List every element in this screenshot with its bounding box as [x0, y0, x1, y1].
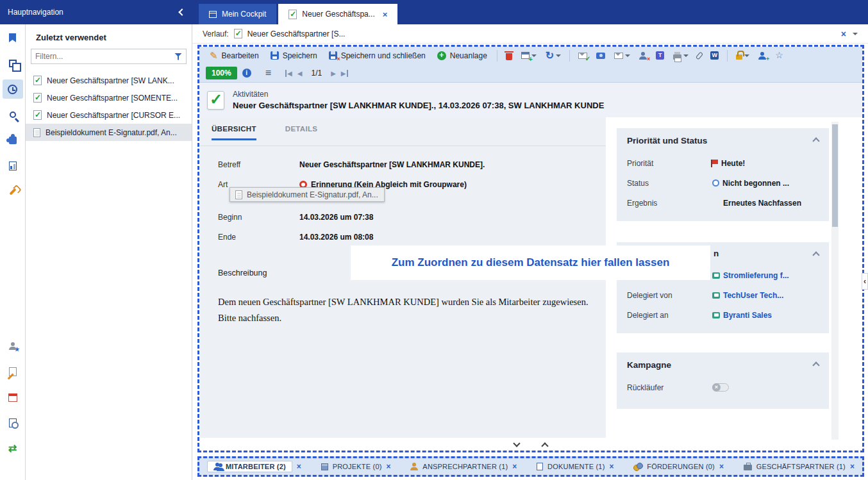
sidebar-item-addons[interactable]: [3, 131, 23, 150]
previous-page-icon[interactable]: ◀: [297, 70, 303, 77]
tab-close-icon[interactable]: ×: [610, 462, 614, 471]
chevron-down-icon[interactable]: [513, 440, 520, 447]
save-button[interactable]: Speichern: [265, 48, 322, 63]
notes-icon: [9, 367, 17, 376]
next-page-icon[interactable]: ▶: [331, 70, 336, 77]
filter-icon[interactable]: [174, 53, 182, 60]
sidebar-item-history[interactable]: [3, 79, 23, 99]
row-value-text: Stromlieferung f...: [723, 271, 789, 280]
tab-mein-cockpit-label: Mein Cockpit: [222, 10, 266, 19]
teams-button[interactable]: [652, 48, 668, 63]
row-status: Status Nicht begonnen ...: [627, 173, 819, 193]
scrollbar-thumb[interactable]: [832, 124, 838, 227]
record-title: Neuer Geschäftspartner [SW LANKHMAR KUND…: [233, 101, 604, 110]
tab-projekte[interactable]: PROJEKTE (0) ×: [321, 462, 391, 471]
history-entry[interactable]: Neuer Geschäftspartner [S...: [247, 29, 346, 38]
contact-icon: [410, 463, 418, 470]
star-icon: [775, 51, 783, 60]
mail-confirm-button[interactable]: [574, 48, 591, 63]
toolbar-separator: [727, 50, 728, 62]
sidebar-item-calendar[interactable]: [3, 388, 23, 407]
sidebar-item-tools[interactable]: [3, 182, 23, 201]
history-dropdown-icon[interactable]: [853, 33, 858, 35]
collapse-section-icon[interactable]: [812, 361, 819, 368]
list-item[interactable]: Neuer Geschäftspartner [SOMENTE...: [26, 89, 192, 106]
last-page-icon[interactable]: ▶: [341, 70, 348, 77]
right-panel-expand-handle[interactable]: ‹: [862, 273, 868, 290]
tools-icon: [9, 188, 16, 195]
section-title: Kampagne: [627, 360, 671, 370]
relation-icon: [712, 312, 720, 319]
sidebar-item-windows[interactable]: [3, 54, 23, 73]
tab-ansprechpartner[interactable]: ANSPRECHPARTNER (1) ×: [410, 462, 517, 471]
vertical-scrollbar[interactable]: [831, 122, 839, 440]
tab-close-icon[interactable]: ×: [719, 462, 724, 471]
tab-record[interactable]: Neuer Geschäftspa... ×: [278, 4, 397, 24]
menu-icon[interactable]: [265, 68, 271, 78]
row-value[interactable]: Byranti Sales: [712, 311, 819, 320]
list-item[interactable]: Neuer Geschäftspartner [CURSOR E...: [26, 106, 192, 124]
print-button[interactable]: [669, 48, 692, 63]
first-page-icon[interactable]: ◀: [285, 70, 292, 77]
history-bar: Verlauf: Neuer Geschäftspartner [S... ×: [192, 24, 868, 44]
delete-button[interactable]: [502, 48, 516, 63]
sidebar-item-document-settings[interactable]: [3, 413, 23, 433]
history-close-icon[interactable]: ×: [841, 29, 846, 39]
sidebar-item-reports[interactable]: [3, 156, 23, 176]
permissions-button[interactable]: [732, 48, 753, 63]
sidebar-item-notes[interactable]: [3, 362, 23, 381]
save-close-button[interactable]: × Speichern und schließen: [324, 48, 431, 63]
collapse-navigation-icon[interactable]: [178, 8, 185, 15]
tab-close-icon[interactable]: ×: [383, 10, 388, 19]
tab-mein-cockpit[interactable]: Mein Cockpit: [199, 4, 276, 24]
tab-geschaeftspartner[interactable]: GESCHÄFTSPARTNER (1) ×: [744, 462, 855, 471]
add-to-list-button[interactable]: [517, 48, 540, 63]
bookmark-icon: [9, 33, 16, 42]
new-record-button[interactable]: Neuanlage: [432, 48, 492, 63]
tab-mitarbeiter[interactable]: MITARBEITER (2) ×: [207, 461, 301, 472]
zoom-badge[interactable]: 100%: [206, 67, 237, 79]
chevron-up-icon[interactable]: [541, 442, 548, 449]
toggle-off-icon[interactable]: [712, 383, 729, 392]
dropdown-icon: [556, 54, 561, 57]
recent-list: Neuer Geschäftspartner [SW LANK... Neuer…: [26, 72, 192, 141]
tab-foerderungen[interactable]: FÖRDERUNGEN (0) ×: [633, 462, 724, 471]
add-contact-button[interactable]: +: [755, 48, 770, 63]
tab-close-icon[interactable]: ×: [297, 462, 301, 471]
sidebar-item-search[interactable]: [3, 105, 23, 124]
remove-contact-button[interactable]: ×: [635, 48, 651, 63]
attachment-button[interactable]: [694, 48, 705, 63]
filter-input[interactable]: [35, 52, 174, 61]
collapse-section-icon[interactable]: [812, 251, 819, 258]
info-icon[interactable]: [242, 69, 251, 78]
edit-button[interactable]: Bearbeiten: [204, 48, 264, 63]
list-item[interactable]: Beispieldokument E-Signatur.pdf, An...: [26, 124, 192, 141]
tab-dokumente[interactable]: DOKUMENTE (1) ×: [537, 462, 613, 471]
snapshot-button[interactable]: [592, 48, 609, 63]
beschreibung-text: Dem neuen Geschäftspartner [SW LANKHMAR …: [218, 294, 591, 326]
row-value[interactable]: TechUser Tech...: [712, 291, 819, 300]
tab-uebersicht[interactable]: ÜBERSICHT: [212, 125, 256, 140]
tab-close-icon[interactable]: ×: [850, 462, 855, 471]
report-icon: [9, 161, 17, 170]
tab-label: PROJEKTE (0): [333, 463, 382, 470]
people-icon: [213, 463, 221, 470]
tab-close-icon[interactable]: ×: [387, 462, 391, 471]
tabs-divider: [200, 145, 606, 146]
tab-close-icon[interactable]: ×: [512, 462, 517, 471]
section-title: Priorität und Status: [627, 136, 707, 145]
sidebar-item-bookmarks[interactable]: [3, 28, 23, 47]
tab-details[interactable]: DETAILS: [285, 125, 317, 140]
page-indicator: 1/1: [311, 69, 322, 78]
row-value-text: Heute!: [721, 159, 745, 168]
collapse-section-icon[interactable]: [812, 137, 819, 144]
favorite-button[interactable]: [771, 48, 787, 63]
list-item[interactable]: Neuer Geschäftspartner [SW LANK...: [26, 72, 192, 89]
sidebar-item-sync[interactable]: [3, 439, 23, 458]
field-row-betreff: Betreff Neuer Geschäftspartner [SW LANKH…: [218, 160, 485, 169]
send-mail-button[interactable]: [610, 48, 634, 63]
refresh-button[interactable]: [542, 48, 565, 63]
word-export-button[interactable]: [706, 48, 722, 63]
sidebar-item-contact-star[interactable]: ★: [3, 336, 23, 356]
row-value[interactable]: Stromlieferung f...: [712, 271, 819, 280]
